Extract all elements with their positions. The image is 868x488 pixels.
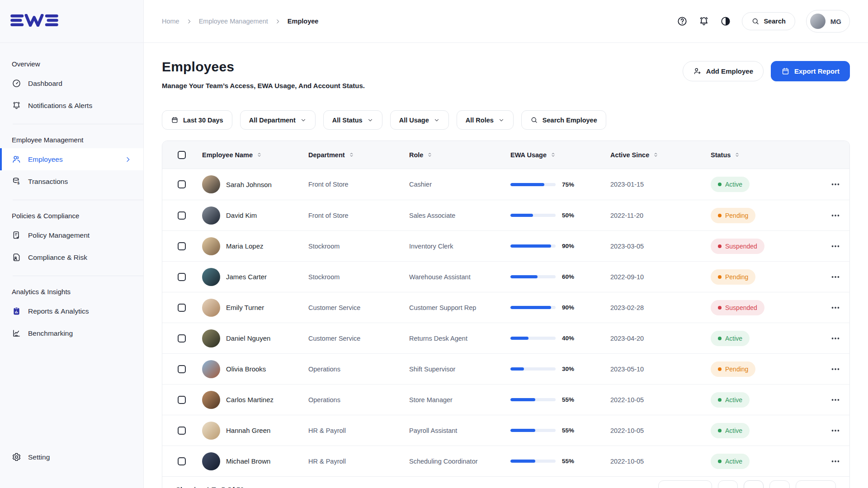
row-checkbox[interactable] (178, 457, 186, 465)
column-header-department[interactable]: Department (308, 151, 409, 159)
column-header-employee-name[interactable]: Employee Name (202, 151, 308, 159)
nav-section-header: Policies & Compliance (0, 206, 143, 224)
column-header-ewa-usage[interactable]: EWA Usage (510, 151, 610, 159)
add-employee-button[interactable]: Add Employee (683, 61, 764, 81)
table-row: Maria LopezStockroomInventory Clerk90%20… (162, 230, 849, 261)
user-menu[interactable]: MG (806, 10, 850, 33)
column-header-label: Employee Name (202, 151, 253, 159)
avatar (202, 237, 220, 255)
status-dot (718, 367, 722, 371)
filter-search-employee[interactable]: Search Employee (521, 110, 606, 130)
select-all-checkbox[interactable] (178, 151, 186, 159)
department-cell: Customer Service (308, 304, 409, 311)
filter-all-department[interactable]: All Department (240, 110, 316, 130)
row-checkbox[interactable] (178, 304, 186, 312)
filter-all-status[interactable]: All Status (323, 110, 382, 130)
avatar (810, 14, 826, 29)
row-actions-button[interactable] (821, 364, 849, 374)
sidebar-item-employees[interactable]: Employees (0, 148, 143, 170)
contrast-icon[interactable] (720, 16, 731, 27)
department-cell: Operations (308, 396, 409, 404)
row-actions-button[interactable] (821, 272, 849, 282)
sidebar-footer: Setting (0, 446, 143, 488)
status-badge: Active (711, 423, 750, 438)
row-checkbox-cell (162, 273, 202, 281)
status-dot (718, 183, 722, 186)
row-checkbox[interactable] (178, 242, 186, 250)
row-actions-button[interactable] (821, 241, 849, 251)
row-actions-button[interactable] (821, 395, 849, 405)
row-checkbox[interactable] (178, 211, 186, 220)
status-cell: Pending (711, 269, 821, 285)
breadcrumb-item-employee-management[interactable]: Employee Management (199, 18, 268, 25)
employees-table-card: Employee NameDepartmentRoleEWA UsageActi… (162, 141, 850, 488)
row-actions-button[interactable] (821, 426, 849, 436)
filter-label: All Usage (399, 117, 429, 124)
export-report-button[interactable]: Export Report (771, 61, 850, 81)
sidebar-item-transactions[interactable]: $Transactions (0, 170, 143, 192)
usage-percent: 55% (562, 396, 574, 403)
status-cell: Pending (711, 208, 821, 223)
filter-all-roles[interactable]: All Roles (457, 110, 514, 130)
column-header-status[interactable]: Status (711, 151, 821, 159)
bell-icon[interactable] (698, 16, 709, 27)
status-dot (718, 460, 722, 463)
filter-bar: Last 30 DaysAll DepartmentAll StatusAll … (162, 110, 850, 130)
table-row: David KimFront of StoreSales Associate50… (162, 200, 849, 230)
active-since-cell: 2022-11-20 (610, 212, 711, 219)
sort-icon (550, 152, 556, 158)
sidebar-item-compliance-risk[interactable]: Compliance & Risk (0, 246, 143, 268)
ewa-usage-cell: 50% (510, 212, 610, 219)
page-button-1[interactable]: 1 (718, 480, 738, 488)
row-actions-button[interactable] (821, 456, 849, 466)
transactions-icon: $ (12, 177, 21, 186)
column-header-role[interactable]: Role (409, 151, 510, 159)
chevron-down-icon (434, 117, 440, 123)
filter-all-usage[interactable]: All Usage (390, 110, 449, 130)
row-checkbox[interactable] (178, 273, 186, 281)
sidebar-item-notifications-alerts[interactable]: Notifications & Alerts (0, 94, 143, 117)
employee-name: Maria Lopez (226, 242, 264, 250)
filter-label: All Status (332, 117, 363, 124)
row-actions-button[interactable] (821, 333, 849, 343)
help-icon[interactable] (677, 16, 688, 27)
row-actions-button[interactable] (821, 179, 849, 189)
usage-percent: 50% (562, 212, 574, 219)
usage-progress-track (510, 429, 556, 432)
usage-percent: 90% (562, 243, 574, 249)
breadcrumb-item-home[interactable]: Home (162, 18, 179, 25)
svg-text:$: $ (17, 181, 19, 185)
usage-progress-fill (510, 367, 524, 371)
sidebar-item-benchmarking[interactable]: Benchmarking (0, 322, 143, 344)
filter-last-30-days[interactable]: Last 30 Days (162, 110, 232, 130)
next-page-button[interactable]: Next (796, 480, 836, 488)
department-cell: HR & Payroll (308, 458, 409, 465)
avatar (202, 329, 220, 347)
previous-page-button[interactable]: Previous (658, 480, 712, 488)
sidebar-item-policy-management[interactable]: Policy Management (0, 224, 143, 246)
row-checkbox[interactable] (178, 427, 186, 435)
sidebar-item-dashboard[interactable]: Dashboard (0, 72, 143, 94)
row-checkbox[interactable] (178, 334, 186, 343)
active-since-cell: 2022-10-05 (610, 458, 711, 465)
column-header-active-since[interactable]: Active Since (610, 151, 711, 159)
sidebar-item-label: Setting (28, 453, 50, 461)
row-checkbox[interactable] (178, 396, 186, 404)
usage-progress-fill (510, 244, 551, 248)
sidebar-item-reports-analytics[interactable]: Reports & Analytics (0, 300, 143, 322)
row-checkbox[interactable] (178, 180, 186, 188)
row-actions-button[interactable] (821, 303, 849, 313)
page-button-3[interactable]: 3 (769, 480, 789, 488)
row-checkbox[interactable] (178, 365, 186, 373)
table-row: Hannah GreenHR & PayrollPayroll Assistan… (162, 415, 849, 446)
employee-name: Hannah Green (226, 427, 270, 434)
usage-percent: 30% (562, 366, 574, 372)
search-button[interactable]: Search (742, 12, 795, 30)
filter-label: All Roles (466, 117, 494, 124)
page-button-2[interactable]: 2 (744, 480, 764, 488)
section-divider (13, 124, 143, 124)
status-label: Pending (725, 273, 748, 281)
sidebar-item-setting[interactable]: Setting (12, 446, 132, 468)
employee-name-cell: Carlos Martinez (202, 391, 308, 409)
row-actions-button[interactable] (821, 211, 849, 221)
